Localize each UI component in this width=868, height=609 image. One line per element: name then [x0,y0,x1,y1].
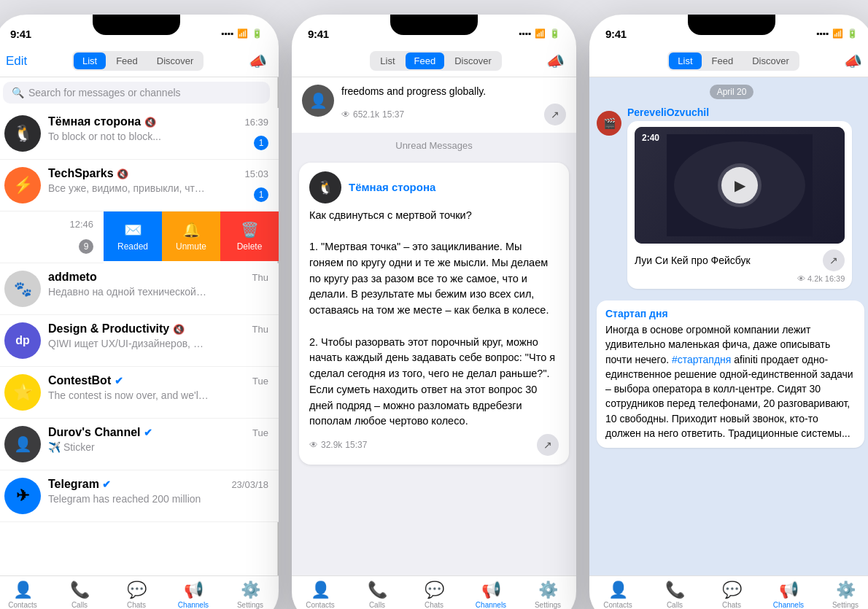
broadcast-icon-3[interactable]: 📣 [844,53,862,70]
header-bar-3: List Feed Discover 📣 [589,47,868,77]
feed-top-content: freedoms and progress globally. 👁 652.1k… [341,85,566,125]
status-icons-3: ▪▪▪▪ 📶 🔋 [816,28,858,39]
channels-label-1: Channels [178,601,209,609]
segment-list-3[interactable]: List [669,53,701,69]
video-duration: 2:40 [642,133,659,143]
chat-list-1: 🐧 Тёмная сторона 🔇 16:39 To block or not… [0,108,279,575]
tab-settings-3[interactable]: ⚙️ Settings [817,581,868,609]
chat-content-techsparks: TechSparks 🔇 15:03 Все уже, видимо, прив… [48,167,268,194]
segment-feed-1[interactable]: Feed [107,53,147,69]
chat-item-durov[interactable]: 👤 Durov's Channel ✔ Tue ✈️ Sticker [0,419,279,470]
tab-contacts-1[interactable]: 👤 Contacts [0,581,51,609]
feed-avatar-row: 🐧 Тёмная сторона [309,171,559,203]
chat-item-telegram[interactable]: ✈ Telegram ✔ 23/03/18 Telegram has reach… [0,470,279,522]
feed-channel-name: Тёмная сторона [349,181,435,193]
search-bar-1[interactable]: 🔍 Search for messages or channels [3,82,270,104]
chat-name-dark-side: Тёмная сторона 🔇 [48,115,156,128]
tab-contacts-3[interactable]: 👤 Contacts [589,581,646,609]
header-bar-1: Edit List Feed Discover 📣 [0,47,279,77]
swipe-delete-button[interactable]: 🗑️ Delete [220,212,279,261]
search-placeholder-1: Search for messages or channels [28,87,181,98]
broadcast-icon-1[interactable]: 📣 [249,53,267,70]
delete-label: Delete [237,241,263,252]
chat-time-telegram: 23/03/18 [231,479,268,490]
segment-list-2[interactable]: List [371,53,403,69]
calls-icon-3: 📞 [665,581,685,600]
unmute-icon: 🔔 [182,221,201,238]
contacts-label-1: Contacts [8,601,36,609]
swipe-read-button[interactable]: ✉️ Readed [104,212,162,261]
swipe-actions: ✉️ Readed 🔔 Unmute 🗑️ Delete [104,212,279,261]
chat-content-dark-side: Тёмная сторона 🔇 16:39 To block or not t… [48,115,268,142]
channels-label-2: Channels [476,601,506,609]
share-button-top[interactable]: ↗ [544,104,566,125]
avatar-contestbot: ⭐ [4,374,41,411]
broadcast-icon-2[interactable]: 📣 [546,53,565,70]
channels-label-3: Channels [773,601,804,609]
tab-channels-3[interactable]: 📢 Channels [760,581,817,609]
channel-content: April 20 🎬 PereveliOzvuchil [589,77,868,575]
chat-time-design-prod: Thu [252,324,268,335]
chat-time-techsparks: 15:03 [244,168,268,179]
chat-name-contestbot: ContestBot ✔ [48,374,123,387]
share-video-button[interactable]: ↗ [823,249,845,271]
swipe-unmute-button[interactable]: 🔔 Unmute [162,212,220,261]
msg-meta-video: 👁 4.2k 16:39 [635,274,845,283]
time-dark: 15:37 [345,440,367,450]
chat-item-swipe[interactable]: 😺 12:46 9 [0,212,104,263]
phone-1: 9:41 ▪▪▪▪ 📶 🔋 Edit List Feed Discover 📣 … [0,15,279,609]
segment-feed-2[interactable]: Feed [406,53,445,69]
hashtag-link[interactable]: #стартапдня [672,354,731,365]
segment-control-1[interactable]: List Feed Discover [72,51,204,71]
wifi-icon-1: 📶 [237,28,248,39]
tab-chats-1[interactable]: 💬 Chats [108,581,165,609]
tab-settings-2[interactable]: ⚙️ Settings [519,581,576,609]
tab-chats-2[interactable]: 💬 Chats [406,581,462,609]
channel-avatar-perevel: 🎬 [597,111,621,136]
tab-calls-3[interactable]: 📞 Calls [646,581,703,609]
channels-icon-1: 📢 [184,581,204,600]
segment-discover-3[interactable]: Discover [743,53,798,69]
notch-3 [688,15,775,35]
edit-button[interactable]: Edit [6,54,27,69]
channel-name-startup: Стартап дня [605,308,856,319]
tab-settings-1[interactable]: ⚙️ Settings [222,581,279,609]
segment-discover-2[interactable]: Discover [446,53,500,69]
tab-chats-3[interactable]: 💬 Chats [703,581,760,609]
chat-item-techsparks[interactable]: ⚡ TechSparks 🔇 15:03 Все уже, видимо, пр… [0,160,279,212]
share-button-dark[interactable]: ↗ [537,434,559,456]
chat-item-addmeto[interactable]: 🐾 addmeto Thu Недавно на одной техническ… [0,263,279,315]
chats-label-1: Chats [127,601,146,609]
segment-control-3[interactable]: List Feed Discover [667,51,799,71]
chat-content-addmeto: addmeto Thu Недавно на одной технической… [48,271,268,298]
eye-icon-dark: 👁 [309,440,318,450]
tab-calls-2[interactable]: 📞 Calls [349,581,406,609]
chat-item-design-prod[interactable]: dp Design & Productivity 🔇 Thu QIWI ищет… [0,315,279,367]
notch-1 [93,15,180,35]
contacts-label-2: Contacts [306,601,334,609]
delete-icon: 🗑️ [241,221,259,238]
segment-feed-3[interactable]: Feed [703,53,743,69]
tab-contacts-2[interactable]: 👤 Contacts [292,581,349,609]
tab-channels-2[interactable]: 📢 Channels [462,581,519,609]
tab-channels-1[interactable]: 📢 Channels [165,581,222,609]
eye-icon-video: 👁 [797,274,805,283]
segment-discover-1[interactable]: Discover [148,53,203,69]
chat-item-dark-side[interactable]: 🐧 Тёмная сторона 🔇 16:39 To block or not… [0,108,279,160]
msg-bubble-video: ▶ 2:40 Луи Си Кей про Фейсбук ↗ 👁 4.2k 1… [627,121,852,289]
wifi-icon-2: 📶 [535,28,546,39]
phone-3: 9:41 ▪▪▪▪ 📶 🔋 List Feed Discover 📣 April… [589,15,868,609]
video-play-button[interactable]: ▶ [721,167,758,203]
channels-icon-3: 📢 [779,581,799,600]
tab-calls-1[interactable]: 📞 Calls [51,581,108,609]
calls-label-3: Calls [667,601,683,609]
video-thumb[interactable]: ▶ 2:40 [635,127,845,244]
feed-avatar-dark: 🐧 [309,171,341,203]
segment-control-2[interactable]: List Feed Discover [370,51,501,71]
date-label: April 20 [710,85,754,99]
chats-icon-2: 💬 [425,581,444,600]
segment-list-1[interactable]: List [74,53,106,69]
chat-item-contestbot[interactable]: ⭐ ContestBot ✔ Tue The contest is now ov… [0,367,279,419]
feed-content: 👤 freedoms and progress globally. 👁 652.… [292,77,576,575]
battery-icon-2: 🔋 [549,28,560,39]
